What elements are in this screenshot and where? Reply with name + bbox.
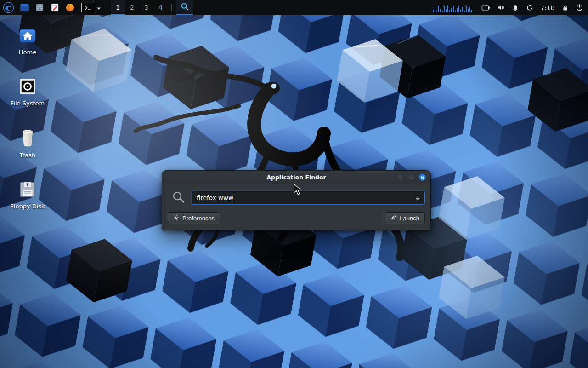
workspace-4[interactable]: 4 xyxy=(153,0,168,15)
launch-button[interactable]: Launch xyxy=(385,212,425,224)
application-finder-window: Application Finder firefox www xyxy=(162,170,431,230)
kali-menu-button[interactable] xyxy=(0,0,17,15)
arrow-down-icon[interactable] xyxy=(415,195,421,201)
workspace-switcher: 1 2 3 4 xyxy=(111,0,168,15)
trash-can-icon xyxy=(20,129,35,149)
launcher-window-app[interactable] xyxy=(17,0,32,15)
window-app-icon xyxy=(20,3,29,12)
text-caret xyxy=(234,194,234,201)
mouse-cursor xyxy=(294,184,304,197)
hard-drive-icon xyxy=(19,78,36,97)
desktop: 1 2 3 4 7: xyxy=(0,0,588,368)
desktop-icon-label: Trash xyxy=(20,152,35,159)
workspace-label: 2 xyxy=(130,4,134,11)
launch-button-label: Launch xyxy=(400,215,419,222)
workspace-label: 3 xyxy=(144,4,148,11)
workspace-2[interactable]: 2 xyxy=(125,0,139,15)
launcher-firefox[interactable] xyxy=(62,0,78,15)
gear-icon xyxy=(173,214,180,222)
floppy-disk-icon xyxy=(19,181,36,200)
text-editor-icon xyxy=(50,3,60,12)
desktop-icon-list: Home File System Trash xyxy=(6,28,50,210)
clock[interactable]: 7:10 xyxy=(540,4,555,12)
maximize-button[interactable] xyxy=(408,174,415,181)
battery-icon[interactable] xyxy=(481,4,490,12)
firefox-icon xyxy=(65,3,75,12)
launch-icon xyxy=(390,214,397,222)
workspace-3[interactable]: 3 xyxy=(139,0,153,15)
power-icon[interactable] xyxy=(576,4,583,12)
workspace-label: 1 xyxy=(116,4,120,11)
minimize-button[interactable] xyxy=(397,174,404,181)
home-folder-icon xyxy=(18,28,37,46)
updates-icon[interactable] xyxy=(526,4,533,12)
preferences-button[interactable]: Preferences xyxy=(168,212,220,224)
close-button[interactable] xyxy=(419,174,426,181)
desktop-icon-label: Home xyxy=(19,49,36,56)
terminal-profile-selector[interactable] xyxy=(81,2,102,13)
app-finder-magnifier-icon xyxy=(180,2,189,13)
desktop-icon-label: File System xyxy=(11,100,45,107)
search-icon xyxy=(171,190,185,206)
desktop-icon-file-system[interactable]: File System xyxy=(6,78,50,107)
terminal-icon xyxy=(81,3,95,12)
top-panel: 1 2 3 4 7: xyxy=(0,0,588,15)
chevron-down-icon xyxy=(95,2,102,13)
titlebar[interactable]: Application Finder xyxy=(162,171,430,184)
notifications-bell-icon[interactable] xyxy=(512,4,519,12)
lock-screen-icon[interactable] xyxy=(562,4,569,12)
desktop-icon-label: Floppy Disk xyxy=(10,203,45,210)
launcher-text-editor[interactable] xyxy=(47,0,62,15)
network-activity-graph-icon[interactable] xyxy=(432,3,473,12)
search-input[interactable]: firefox www xyxy=(192,191,425,205)
search-input-value: firefox www xyxy=(197,194,233,201)
file-cabinet-icon xyxy=(35,3,45,12)
system-tray: 7:10 xyxy=(432,3,588,12)
workspace-label: 4 xyxy=(158,4,163,11)
desktop-icon-trash[interactable]: Trash xyxy=(6,129,50,159)
workspace-1[interactable]: 1 xyxy=(111,0,125,15)
taskbar-application-finder[interactable] xyxy=(176,0,193,15)
desktop-icon-home[interactable]: Home xyxy=(6,28,50,56)
close-icon xyxy=(420,173,424,182)
panel-separator xyxy=(171,4,172,12)
desktop-icon-floppy-disk[interactable]: Floppy Disk xyxy=(6,181,50,210)
preferences-button-label: Preferences xyxy=(182,215,215,222)
volume-icon[interactable] xyxy=(497,4,505,12)
window-title: Application Finder xyxy=(266,174,326,181)
launcher-file-cabinet[interactable] xyxy=(32,0,47,15)
kali-logo-icon xyxy=(3,2,14,13)
window-controls xyxy=(397,171,426,184)
